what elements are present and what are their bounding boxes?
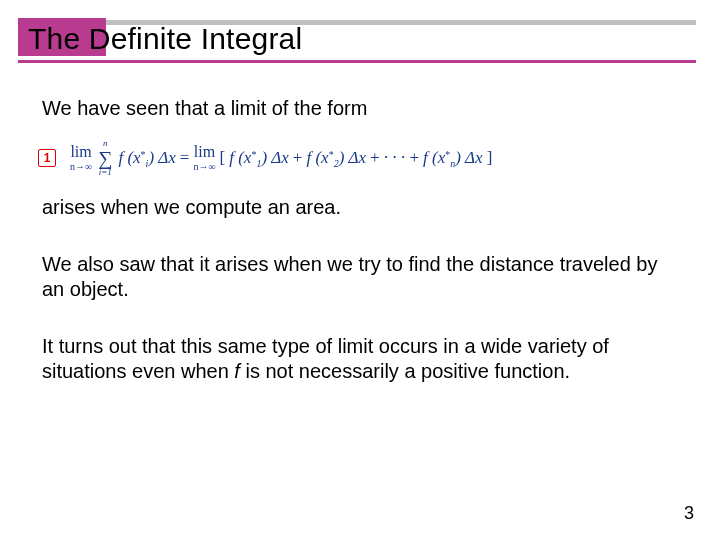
lhs-term: f (x*i) Δx [118,147,175,168]
lhs-sub: i [146,158,149,169]
slide: The Definite Integral We have seen that … [0,0,720,540]
rhs-term-1: f (x*1) Δx [229,147,289,168]
equation-number-badge: 1 [38,149,56,167]
plus-1: + [293,147,303,168]
tn-sub: n [450,158,455,169]
body-text: We have seen that a limit of the form 1 … [42,90,678,384]
equation-row: 1 lim n→∞ n ∑ i=1 f (x*i) Δx = lim n→∞ [38,139,678,177]
dots: + · · · + [370,147,419,168]
paragraph-1: We have seen that a limit of the form [42,96,678,121]
t1-fx: f (x [229,148,251,167]
t1-dx: ) Δx [261,148,288,167]
paragraph-2: arises when we compute an area. [42,195,678,220]
limit-rhs: lim n→∞ [193,144,215,172]
page-number: 3 [684,503,694,524]
t2-dx: ) Δx [339,148,366,167]
bracket-close: ] [487,147,493,168]
tn-fx: f (x [423,148,445,167]
t1-sub: 1 [256,158,261,169]
p4-part-b: is not necessarily a positive function. [240,360,570,382]
paragraph-4: It turns out that this same type of limi… [42,334,678,384]
paragraph-3: We also saw that it arises when we try t… [42,252,678,302]
summation: n ∑ i=1 [98,139,112,177]
t2-fx: f (x [306,148,328,167]
lhs-star: * [141,149,146,160]
limit-lhs: lim n→∞ [70,144,92,172]
t2-sub: 2 [334,158,339,169]
sum-lower: i=1 [99,168,112,177]
bracket-open: [ [220,147,226,168]
tn-dx: ) Δx [455,148,482,167]
lim-text-rhs: lim [194,144,215,160]
lhs-dx: ) Δx [148,148,175,167]
lim-sub: n→∞ [70,162,92,172]
equation: lim n→∞ n ∑ i=1 f (x*i) Δx = lim n→∞ [ [70,139,492,177]
sigma-icon: ∑ [98,149,112,167]
rhs-term-n: f (x*n) Δx [423,147,483,168]
lim-text: lim [70,144,91,160]
t2-star: * [329,149,334,160]
lhs-fx: f (x [118,148,140,167]
page-title: The Definite Integral [28,22,302,56]
lim-sub-rhs: n→∞ [193,162,215,172]
rhs-term-2: f (x*2) Δx [306,147,366,168]
equals: = [180,147,190,168]
title-rule-magenta [18,60,696,63]
